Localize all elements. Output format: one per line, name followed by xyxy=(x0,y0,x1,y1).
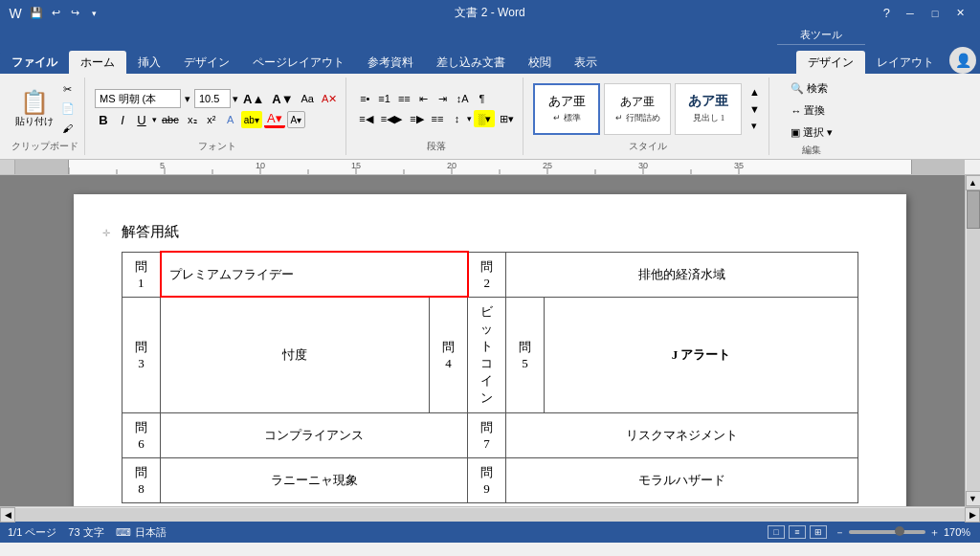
scroll-up-btn[interactable]: ▲ xyxy=(966,175,981,190)
search-button[interactable]: 🔍 検索 xyxy=(787,79,836,98)
web-layout-btn[interactable]: ⊞ xyxy=(810,525,827,539)
styles-group: あア亜 ↵ 標準 あア亜 ↵ 行間詰め あア亜 見出し 1 ▲ ▼ ▾ スタイル xyxy=(527,78,769,155)
tab-mailings[interactable]: 差し込み文書 xyxy=(425,51,517,74)
print-layout-btn[interactable]: □ xyxy=(768,525,785,539)
italic-btn[interactable]: I xyxy=(114,111,131,128)
replace-button[interactable]: ↔ 置換 xyxy=(787,101,836,120)
zoom-in-btn[interactable]: ＋ xyxy=(929,525,940,540)
font-name-dropdown[interactable]: ▾ xyxy=(185,93,190,105)
decrease-font-btn[interactable]: A▼ xyxy=(269,90,296,107)
redo-quick-btn[interactable]: ↪ xyxy=(67,6,82,21)
tab-view[interactable]: 表示 xyxy=(563,51,609,74)
decrease-indent-btn[interactable]: ⇤ xyxy=(415,90,433,107)
font-color-btn[interactable]: A▾ xyxy=(264,111,285,128)
increase-indent-btn[interactable]: ⇥ xyxy=(434,90,452,107)
tab-design[interactable]: デザイン xyxy=(172,51,241,74)
sort-btn[interactable]: ↕A xyxy=(454,90,472,107)
title-bar-controls: ? ─ □ ✕ xyxy=(883,0,972,26)
search-icon: 🔍 xyxy=(791,82,804,95)
title-bar: W 💾 ↩ ↪ ▾ 文書 2 - Word ? ─ □ ✕ xyxy=(0,0,980,26)
clear-format-btn[interactable]: A✕ xyxy=(319,90,340,107)
reading-mode-btn[interactable]: ≡ xyxy=(789,525,806,539)
bold-btn[interactable]: B xyxy=(95,111,112,128)
style-standard-btn[interactable]: あア亜 ↵ 標準 xyxy=(533,83,600,135)
q2-answer: 排他的経済水域 xyxy=(506,252,858,297)
clipboard-group: 📋 貼り付け ✂ 📄 🖌 クリップボード xyxy=(6,78,85,155)
window-buttons: ─ □ ✕ xyxy=(898,0,972,26)
select-button[interactable]: ▣ 選択 ▾ xyxy=(787,123,836,142)
zoom-out-btn[interactable]: － xyxy=(835,525,845,540)
tab-review[interactable]: 校閲 xyxy=(517,51,563,74)
font-size-dropdown[interactable]: ▾ xyxy=(233,93,238,105)
tab-file[interactable]: ファイル xyxy=(0,51,69,74)
move-handle-icon[interactable]: ✛ xyxy=(102,227,110,237)
tab-pagelayout[interactable]: ページレイアウト xyxy=(241,51,356,74)
strikethrough-btn[interactable]: abc xyxy=(159,111,182,128)
zoom-thumb[interactable] xyxy=(895,526,904,536)
close-button[interactable]: ✕ xyxy=(947,0,972,26)
align-left-btn[interactable]: ≡◀ xyxy=(356,110,375,127)
scroll-left-btn[interactable]: ◀ xyxy=(0,507,15,523)
copy-button[interactable]: 📄 xyxy=(58,100,78,118)
list-bullet-btn[interactable]: ≡• xyxy=(356,90,373,107)
table-row: 問 3 忖度 問 4 ビットコイン 問 5 J アラート xyxy=(122,297,858,412)
justify-btn[interactable]: ≡≡ xyxy=(429,110,447,127)
align-center-btn[interactable]: ≡◀▶ xyxy=(378,110,405,127)
tab-home[interactable]: ホーム xyxy=(69,51,126,74)
paste-button[interactable]: 📋 貼り付け xyxy=(13,80,56,138)
font-size-selector[interactable]: 10.5 xyxy=(194,89,231,108)
underline-dropdown[interactable]: ▾ xyxy=(152,115,157,124)
restore-button[interactable]: □ xyxy=(923,0,947,26)
minimize-button[interactable]: ─ xyxy=(898,0,923,26)
tab-insert[interactable]: 挿入 xyxy=(126,51,172,74)
underline-btn[interactable]: U xyxy=(133,111,150,128)
scroll-right-btn[interactable]: ▶ xyxy=(965,507,980,523)
scroll-h-track[interactable] xyxy=(15,508,965,522)
save-quick-btn[interactable]: 💾 xyxy=(29,6,44,21)
subscript-btn[interactable]: x₂ xyxy=(184,111,201,128)
shading-btn[interactable]: ░▾ xyxy=(474,110,495,127)
font-name-selector[interactable]: MS 明朝 (本 xyxy=(95,89,181,108)
font-case-btn[interactable]: Aa xyxy=(299,90,317,107)
cut-button[interactable]: ✂ xyxy=(58,81,78,99)
answer-sheet-title: ✛ 解答用紙 xyxy=(122,223,858,241)
customize-quick-btn[interactable]: ▾ xyxy=(86,6,101,21)
styles-label: スタイル xyxy=(629,138,667,153)
font-row1: MS 明朝 (本 ▾ 10.5 ▾ A▲ A▼ Aa A✕ xyxy=(95,89,340,108)
highlight-color-btn[interactable]: ab▾ xyxy=(241,111,262,128)
zoom-level[interactable]: 170% xyxy=(944,526,972,538)
style-compact-btn[interactable]: あア亜 ↵ 行間詰め xyxy=(604,83,671,135)
list-number-btn[interactable]: ≡1 xyxy=(375,90,393,107)
para-row1: ≡• ≡1 ≡≡ ⇤ ⇥ ↕A ¶ xyxy=(356,90,517,107)
border-btn[interactable]: ⊞▾ xyxy=(497,110,517,127)
paste-icon: 📋 xyxy=(20,91,49,114)
help-button[interactable]: ? xyxy=(883,6,890,20)
line-spacing-btn[interactable]: ↕ xyxy=(448,110,465,127)
scroll-thumb[interactable] xyxy=(967,190,980,229)
scroll-track[interactable] xyxy=(967,190,980,491)
text-effect-btn[interactable]: A xyxy=(222,111,239,128)
tab-table-design[interactable]: デザイン xyxy=(796,51,865,74)
show-marks-btn[interactable]: ¶ xyxy=(474,90,491,107)
superscript-btn[interactable]: x² xyxy=(203,111,220,128)
undo-quick-btn[interactable]: ↩ xyxy=(48,6,63,21)
styles-scroll-up[interactable]: ▲ xyxy=(746,83,763,100)
scroll-down-btn[interactable]: ▼ xyxy=(966,491,981,506)
scroll-bar-right[interactable]: ▲ ▼ xyxy=(965,175,980,506)
increase-font-btn[interactable]: A▲ xyxy=(240,90,267,107)
q5-label: 問 5 xyxy=(506,297,545,412)
style-standard-sample: あア亜 xyxy=(548,93,586,110)
align-right-btn[interactable]: ≡▶ xyxy=(407,110,426,127)
line-spacing-dropdown[interactable]: ▾ xyxy=(467,114,472,123)
list-multi-btn[interactable]: ≡≡ xyxy=(395,90,413,107)
tab-table-layout[interactable]: レイアウト xyxy=(865,51,946,74)
style-heading1-btn[interactable]: あア亜 見出し 1 xyxy=(675,83,742,135)
q4-answer: ビットコイン xyxy=(468,297,506,412)
q1-answer[interactable]: プレミアムフライデー xyxy=(161,252,468,297)
styles-more-btn[interactable]: ▾ xyxy=(746,118,763,135)
format-painter-button[interactable]: 🖌 xyxy=(58,120,78,137)
zoom-slider[interactable] xyxy=(849,530,925,534)
font-extra-btn[interactable]: A▾ xyxy=(287,111,306,128)
tab-references[interactable]: 参考資料 xyxy=(356,51,425,74)
styles-scroll-down[interactable]: ▼ xyxy=(746,100,763,118)
